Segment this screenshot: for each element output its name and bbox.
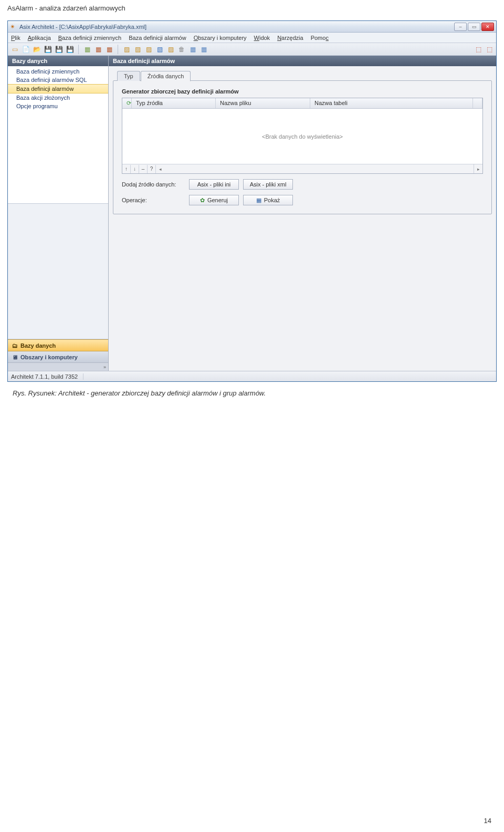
button-generuj-label: Generuj: [207, 197, 228, 203]
sidebar-item-zmienne[interactable]: Baza definicji zmiennych: [8, 67, 108, 76]
button-asix-xml[interactable]: Asix - pliki xml: [243, 179, 293, 190]
menu-plik[interactable]: Plik: [11, 35, 20, 41]
tab-zrodla[interactable]: Źródła danych: [141, 71, 191, 81]
sidebar: Bazy danych Baza definicji zmiennych Baz…: [8, 56, 109, 371]
grid-col-gutter: [473, 98, 482, 108]
computers-icon: 🖥: [12, 354, 18, 360]
menu-aplikacja[interactable]: Aplikacja: [28, 35, 51, 41]
scroll-right-icon[interactable]: ▸: [474, 165, 482, 173]
main-body: Bazy danych Baza definicji zmiennych Baz…: [8, 56, 496, 371]
tool-icon-1[interactable]: ▦: [82, 45, 92, 54]
tab-typ[interactable]: Typ: [117, 71, 140, 81]
menu-narzedzia[interactable]: Narzędzia: [277, 35, 303, 41]
menu-baza-alarmow[interactable]: Baza definicji alarmów: [129, 35, 186, 41]
delete-icon[interactable]: 🗑: [177, 45, 186, 54]
tool-icon-6[interactable]: ▨: [144, 45, 153, 54]
status-text: Architekt 7.1.1, build 7352: [11, 373, 83, 380]
sidebar-tab-label: Obszary i komputery: [20, 354, 78, 360]
grid-col-refresh[interactable]: ⟳: [122, 98, 132, 108]
tool-icon-3[interactable]: ▦: [104, 45, 114, 54]
content-header: Baza definicji alarmów: [109, 56, 496, 66]
sidebar-item-opcje[interactable]: Opcje programu: [8, 102, 108, 110]
grid-down-button[interactable]: ↓: [131, 165, 139, 173]
button-generuj[interactable]: ✿ Generuj: [189, 195, 239, 205]
toolbar: ▭ 📄 📂 💾 💾 💾 ▦ ▦ ▦ ▨ ▨ ▨ ▧ ▨ 🗑 ▦ ▦ ⬚ ⬚: [8, 43, 496, 56]
grid-footer: ↑ ↓ – ? ◂ ▸: [122, 164, 482, 173]
sidebar-list: Baza definicji zmiennych Baza definicji …: [8, 66, 108, 204]
grid-header: ⟳ Typ źródła Nazwa pliku Nazwa tabeli: [122, 98, 482, 109]
expand-arrow-icon[interactable]: »: [103, 365, 106, 370]
tool-icon-9[interactable]: ▦: [188, 45, 197, 54]
button-asix-ini[interactable]: Asix - pliki ini: [189, 179, 239, 190]
info-icon[interactable]: ⬚: [485, 45, 494, 54]
row-dodaj: Dodaj źródło danych: Asix - pliki ini As…: [122, 179, 483, 190]
document-header: AsAlarm - analiza zdarzeń alarmowych: [0, 0, 504, 20]
tool-icon-2[interactable]: ▦: [93, 45, 103, 54]
minimize-button[interactable]: –: [454, 23, 467, 31]
menu-widok[interactable]: Widok: [254, 35, 270, 41]
window-controls: – ▭ ✕: [454, 23, 494, 31]
database-icon: 🗂: [12, 342, 18, 349]
scroll-left-icon[interactable]: ◂: [156, 165, 164, 173]
label-dodaj: Dodaj źródło danych:: [122, 181, 189, 188]
tool-icon-8[interactable]: ▨: [166, 45, 175, 54]
content: Baza definicji alarmów Typ Źródła danych…: [109, 56, 496, 371]
save-icon[interactable]: 💾: [43, 45, 52, 54]
content-tabs: Typ Źródła danych: [113, 68, 492, 81]
grid-remove-button[interactable]: –: [139, 165, 148, 173]
tab-body: Generator zbiorczej bazy definicji alarm…: [113, 80, 492, 214]
menu-pomoc[interactable]: Pomoc: [311, 35, 329, 41]
tool-icon-7[interactable]: ▧: [155, 45, 164, 54]
content-inner: Typ Źródła danych Generator zbiorczej ba…: [109, 66, 496, 371]
sidebar-spacer: [8, 204, 108, 339]
page-number: 14: [484, 817, 491, 825]
grid-empty-text: <Brak danych do wyświetlenia>: [262, 133, 343, 140]
sidebar-footer: »: [8, 362, 108, 371]
sidebar-item-alarmy[interactable]: Baza definicji alarmów: [8, 84, 108, 93]
gear-icon: ✿: [200, 197, 205, 204]
grid-col-typ[interactable]: Typ źródła: [132, 98, 216, 108]
row-operacje: Operacje: ✿ Generuj ▦ Pokaż: [122, 195, 483, 205]
new-file-icon[interactable]: ▭: [10, 45, 19, 54]
toolbar-separator: [118, 45, 118, 54]
help-icon[interactable]: ⬚: [474, 45, 483, 54]
sidebar-tab-obszary[interactable]: 🖥 Obszary i komputery: [8, 351, 108, 362]
menu-obszary[interactable]: Obszary i komputery: [194, 35, 247, 41]
sidebar-item-akcje[interactable]: Baza akcji złożonych: [8, 93, 108, 102]
titlebar: ✴ Asix Architekt - [C:\AsixApp\Fabryka\F…: [8, 21, 496, 33]
tool-icon-10[interactable]: ▦: [199, 45, 208, 54]
sidebar-item-alarmy-sql[interactable]: Baza definicji alarmów SQL: [8, 76, 108, 84]
figure-caption: Rys. Rysunek: Architekt - generator zbio…: [13, 389, 491, 397]
menubar: Plik Aplikacja Baza definicji zmiennych …: [8, 33, 496, 43]
tool-icon-4[interactable]: ▨: [122, 45, 131, 54]
close-button[interactable]: ✕: [481, 23, 494, 31]
section-title: Generator zbiorczej bazy definicji alarm…: [122, 88, 483, 95]
window-title: Asix Architekt - [C:\AsixApp\Fabryka\Fab…: [19, 24, 454, 30]
grid-help-button[interactable]: ?: [148, 165, 156, 173]
toolbar-separator: [78, 45, 79, 54]
grid-body: <Brak danych do wyświetlenia>: [122, 109, 482, 164]
statusbar: Architekt 7.1.1, build 7352: [8, 371, 496, 381]
open-folder-icon[interactable]: 📂: [32, 45, 41, 54]
label-operacje: Operacje:: [122, 197, 189, 203]
sidebar-tab-bazy[interactable]: 🗂 Bazy danych: [8, 339, 108, 351]
app-icon: ✴: [10, 23, 17, 30]
grid-col-plik[interactable]: Nazwa pliku: [216, 98, 310, 108]
button-pokaz[interactable]: ▦ Pokaż: [243, 195, 293, 205]
tool-icon-5[interactable]: ▨: [133, 45, 142, 54]
maximize-button[interactable]: ▭: [468, 23, 480, 31]
data-grid: ⟳ Typ źródła Nazwa pliku Nazwa tabeli <B…: [122, 98, 483, 174]
table-icon: ▦: [256, 197, 261, 204]
menu-baza-zmiennych[interactable]: Baza definicji zmiennych: [58, 35, 121, 41]
sidebar-tab-label: Bazy danych: [20, 342, 56, 349]
button-pokaz-label: Pokaż: [264, 197, 280, 203]
save-as-icon[interactable]: 💾: [65, 45, 75, 54]
grid-up-button[interactable]: ↑: [122, 165, 131, 173]
grid-col-tabeli[interactable]: Nazwa tabeli: [310, 98, 473, 108]
doc-icon[interactable]: 📄: [21, 45, 30, 54]
save-all-icon[interactable]: 💾: [54, 45, 64, 54]
sidebar-header: Bazy danych: [8, 56, 108, 66]
window: ✴ Asix Architekt - [C:\AsixApp\Fabryka\F…: [7, 20, 497, 382]
